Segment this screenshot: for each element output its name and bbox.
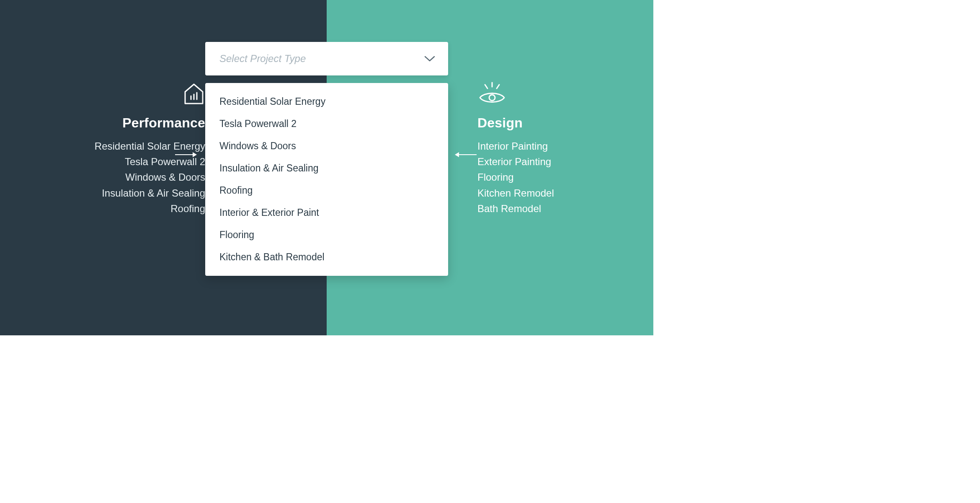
design-item: Flooring <box>477 169 653 185</box>
eye-shine-icon <box>477 82 653 106</box>
select-placeholder: Select Project Type <box>219 53 306 65</box>
house-bars-icon <box>0 82 205 106</box>
perf-item: Windows & Doors <box>0 169 205 185</box>
performance-title: Performance <box>0 115 205 131</box>
svg-line-5 <box>497 85 499 88</box>
perf-item: Roofing <box>0 201 205 216</box>
design-item: Bath Remodel <box>477 201 653 216</box>
design-item: Interior Painting <box>477 138 653 154</box>
project-type-menu: Residential Solar Energy Tesla Powerwall… <box>205 83 448 276</box>
chevron-down-icon <box>424 55 436 62</box>
arrow-right-icon <box>175 152 197 157</box>
option-windows-doors[interactable]: Windows & Doors <box>205 135 448 157</box>
design-title: Design <box>477 115 653 131</box>
project-type-select[interactable]: Select Project Type <box>205 42 448 75</box>
design-list: Interior Painting Exterior Painting Floo… <box>477 138 653 216</box>
design-item: Kitchen Remodel <box>477 185 653 201</box>
option-roofing[interactable]: Roofing <box>205 179 448 202</box>
project-type-dropdown: Select Project Type Residential Solar En… <box>205 42 448 276</box>
perf-item: Insulation & Air Sealing <box>0 185 205 201</box>
option-kitchen-bath[interactable]: Kitchen & Bath Remodel <box>205 246 448 268</box>
arrow-left-icon <box>455 152 477 157</box>
option-paint[interactable]: Interior & Exterior Paint <box>205 202 448 224</box>
option-insulation[interactable]: Insulation & Air Sealing <box>205 157 448 179</box>
option-flooring[interactable]: Flooring <box>205 224 448 246</box>
design-item: Exterior Painting <box>477 154 653 169</box>
perf-item: Tesla Powerwall 2 <box>0 154 205 169</box>
svg-line-4 <box>485 85 487 88</box>
option-tesla-powerwall[interactable]: Tesla Powerwall 2 <box>205 113 448 135</box>
option-residential-solar[interactable]: Residential Solar Energy <box>205 91 448 113</box>
perf-item: Residential Solar Energy <box>0 138 205 154</box>
performance-list: Residential Solar Energy Tesla Powerwall… <box>0 138 205 216</box>
svg-point-6 <box>489 95 495 101</box>
